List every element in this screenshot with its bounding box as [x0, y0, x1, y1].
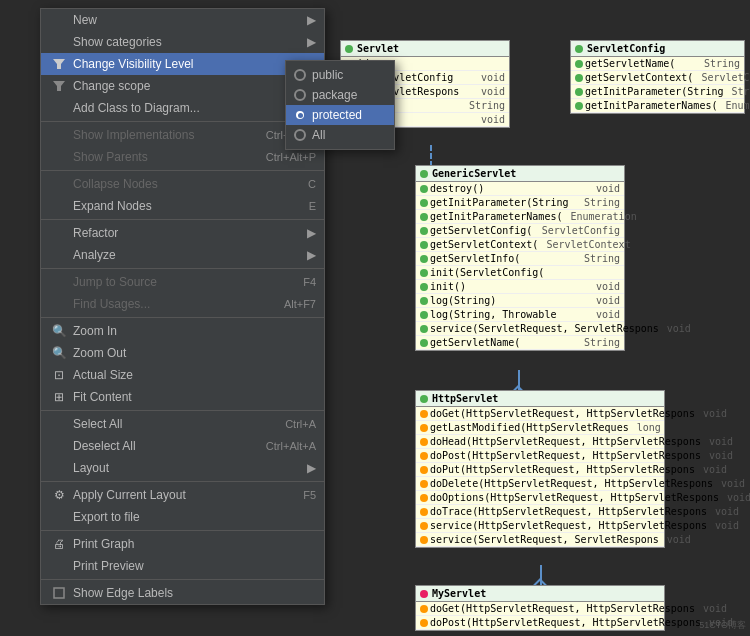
menu-item-refactor[interactable]: Refactor ▶ [41, 222, 324, 244]
menu-item-change-scope[interactable]: Change scope ▶ [41, 75, 324, 97]
menu-item-analyze[interactable]: Analyze ▶ [41, 244, 324, 266]
separator-7 [41, 481, 324, 482]
menu-item-show-parents: Show Parents Ctrl+Alt+P [41, 146, 324, 168]
generic-servlet-title: GenericServlet [416, 166, 624, 182]
servlet-config-class-box: ServletConfig getServletName(String getS… [570, 40, 745, 114]
separator-9 [41, 579, 324, 580]
menu-item-apply-layout[interactable]: ⚙ Apply Current Layout F5 [41, 484, 324, 506]
arrow-icon-7: ▶ [307, 461, 316, 475]
http-servlet-title: HttpServlet [416, 391, 664, 407]
menu-item-show-edge-labels[interactable]: Show Edge Labels [41, 582, 324, 604]
generic-servlet-class-box: GenericServlet destroy()void getInitPara… [415, 165, 625, 351]
separator-8 [41, 530, 324, 531]
radio-public [294, 69, 306, 81]
radio-all [294, 129, 306, 141]
separator-3 [41, 219, 324, 220]
visibility-package[interactable]: package [286, 85, 394, 105]
watermark: 51CTO博客 [699, 619, 746, 632]
menu-item-expand-nodes[interactable]: Expand Nodes E [41, 195, 324, 217]
arrow-icon-6: ▶ [307, 248, 316, 262]
my-servlet-title: MyServlet [416, 586, 664, 602]
sc-row-3: getInitParameter(StringString [571, 85, 744, 99]
arrow-icon-5: ▶ [307, 226, 316, 240]
visibility-protected[interactable]: protected [286, 105, 394, 125]
menu-item-deselect-all[interactable]: Deselect All Ctrl+Alt+A [41, 435, 324, 457]
menu-item-add-class[interactable]: Add Class to Diagram... Space [41, 97, 324, 119]
context-menu: New ▶ Show categories ▶ Change Visibilit… [40, 8, 325, 605]
print-graph-icon: 🖨 [49, 537, 69, 551]
menu-item-collapse-nodes[interactable]: Collapse Nodes C [41, 173, 324, 195]
http-servlet-class-box: HttpServlet doGet(HttpServletRequest, Ht… [415, 390, 665, 548]
svg-marker-1 [53, 81, 65, 91]
menu-item-jump-source: Jump to Source F4 [41, 271, 324, 293]
menu-item-new[interactable]: New ▶ [41, 9, 324, 31]
radio-package [294, 89, 306, 101]
servlet-title: Servlet [341, 41, 509, 57]
separator-6 [41, 410, 324, 411]
separator-2 [41, 170, 324, 171]
my-servlet-class-box: MyServlet doGet(HttpServletRequest, Http… [415, 585, 665, 631]
visibility-public[interactable]: public [286, 65, 394, 85]
menu-item-export[interactable]: Export to file [41, 506, 324, 528]
menu-item-print-graph[interactable]: 🖨 Print Graph [41, 533, 324, 555]
checkbox-icon [49, 587, 69, 599]
sc-row-2: getServletContext(ServletContext [571, 71, 744, 85]
actual-size-icon: ⊡ [49, 368, 69, 382]
separator-1 [41, 121, 324, 122]
menu-item-actual-size[interactable]: ⊡ Actual Size [41, 364, 324, 386]
fit-content-icon: ⊞ [49, 390, 69, 404]
submenu-visibility: public package protected All [285, 60, 395, 150]
menu-item-fit-content[interactable]: ⊞ Fit Content [41, 386, 324, 408]
menu-item-layout[interactable]: Layout ▶ [41, 457, 324, 479]
sc-row-4: getInitParameterNames(Enumeration [571, 99, 744, 113]
separator-4 [41, 268, 324, 269]
zoom-out-icon: 🔍 [49, 346, 69, 360]
menu-item-zoom-out[interactable]: 🔍 Zoom Out [41, 342, 324, 364]
funnel-scope-icon [49, 81, 69, 91]
menu-item-print-preview[interactable]: Print Preview [41, 555, 324, 577]
zoom-in-icon: 🔍 [49, 324, 69, 338]
servlet-config-title: ServletConfig [571, 41, 744, 57]
svg-rect-2 [54, 588, 64, 598]
menu-item-zoom-in[interactable]: 🔍 Zoom In [41, 320, 324, 342]
arrow-icon: ▶ [307, 13, 316, 27]
menu-item-select-all[interactable]: Select All Ctrl+A [41, 413, 324, 435]
arrow-icon-2: ▶ [307, 35, 316, 49]
menu-item-show-impl: Show Implementations Ctrl+Alt+B [41, 124, 324, 146]
menu-item-show-categories[interactable]: Show categories ▶ [41, 31, 324, 53]
sc-row-1: getServletName(String [571, 57, 744, 71]
svg-marker-0 [53, 59, 65, 69]
menu-item-change-visibility[interactable]: Change Visibility Level ▶ [41, 53, 324, 75]
separator-5 [41, 317, 324, 318]
apply-layout-icon: ⚙ [49, 488, 69, 502]
radio-protected [294, 109, 306, 121]
funnel-visibility-icon [49, 59, 69, 69]
visibility-all[interactable]: All [286, 125, 394, 145]
menu-item-find-usages: Find Usages... Alt+F7 [41, 293, 324, 315]
